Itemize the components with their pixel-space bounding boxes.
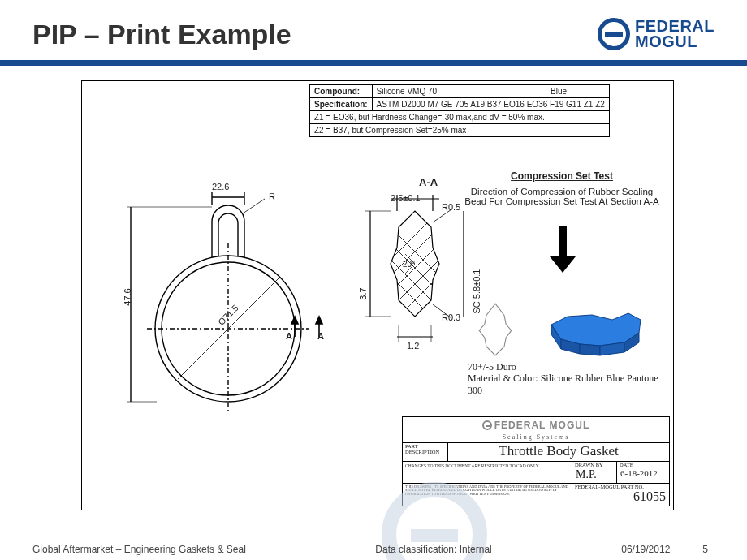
material-note: 70+/-5 Duro Material & Color: Silicone R… [468, 361, 673, 396]
compound-color: Blue [546, 85, 610, 98]
material-color-note: Material & Color: Silicone Rubber Blue P… [468, 373, 673, 396]
tb-change-note: CHANGES TO THIS DOCUMENT ARE RESTRICTED … [403, 462, 572, 470]
svg-marker-13 [291, 317, 298, 324]
logo-line2: MOGUL [635, 34, 715, 50]
svg-marker-43 [580, 344, 600, 355]
dim-r-top: R0.5 [442, 202, 460, 212]
tb-date: 6-18-2012 [617, 468, 669, 480]
spec-table: Compound: Silicone VMQ 70 Blue Specifica… [309, 84, 610, 137]
federal-mogul-logo: FEDERAL MOGUL [598, 18, 715, 50]
dim-angle: 20° [403, 260, 415, 269]
dim-section-height: 3.7 [358, 287, 368, 299]
footer-left: Global Aftermarket – Engineering Gaskets… [32, 544, 246, 555]
tb-date-label: DATE [617, 462, 669, 468]
specification-label: Specification: [310, 98, 373, 111]
specification-value: ASTM D2000 M7 GE 705 A19 B37 EO16 EO36 F… [372, 98, 609, 111]
tb-drawn-label: DRAWN BY [572, 462, 616, 468]
tb-partno-label: FEDERAL-MOGUL PART NO. [572, 484, 669, 490]
footer-date: 06/19/2012 [621, 544, 670, 555]
section-mark-right: A [317, 331, 324, 341]
compression-set-block: Compression Set Test Direction of Compre… [460, 170, 663, 263]
spec-z2: Z2 = B37, but Compression Set=25% max [310, 124, 610, 137]
dim-tab-radius: R [269, 192, 275, 201]
tb-partno: 61055 [572, 489, 669, 506]
compression-desc: Direction of Compression of Rubber Seali… [460, 187, 663, 206]
dim-width-bot: 1.2 [407, 341, 419, 351]
section-label: A-A [419, 176, 438, 188]
svg-line-8 [243, 199, 265, 213]
header-rule [0, 60, 747, 66]
titleblock-logo: FEDERAL MOGUL Sealing Systems [403, 417, 669, 442]
logo-text: FEDERAL MOGUL [635, 19, 715, 50]
tb-drawn: M.P. [572, 468, 616, 483]
slide-header: PIP – Print Example FEDERAL MOGUL [0, 0, 747, 55]
spec-z1: Z1 = EO36, but Hardness Change=-30 max,a… [310, 111, 610, 124]
dim-height: 47.6 [123, 288, 132, 305]
compression-figures [446, 294, 657, 359]
section-mark-left: A [286, 331, 292, 341]
compound-value: Silicone VMQ 70 [372, 85, 546, 98]
tb-partdesc: Throttle Body Gasket [448, 443, 669, 461]
footer-center: Data classification: Internal [375, 544, 491, 555]
compression-title: Compression Set Test [460, 170, 663, 182]
tb-sub: Sealing Systems [503, 433, 570, 441]
logo-icon [598, 18, 630, 50]
svg-line-24 [374, 260, 456, 341]
slide-footer: Global Aftermarket – Engineering Gaskets… [0, 544, 747, 555]
svg-line-21 [374, 211, 456, 292]
footer-page: 5 [702, 544, 708, 555]
tb-partdesc-label: PART DESCRIPTION [403, 443, 447, 454]
dim-section-width: 2.5±0.1 [391, 193, 421, 203]
duro-note: 70+/-5 Duro [468, 361, 673, 373]
compound-label: Compound: [310, 85, 373, 98]
page-title: PIP – Print Example [32, 19, 291, 50]
dim-tab-width: 22.6 [212, 182, 229, 192]
engineering-drawing: Compound: Silicone VMQ 70 Blue Specifica… [81, 80, 674, 510]
svg-marker-15 [316, 317, 322, 324]
tb-brand: FEDERAL MOGUL [494, 420, 589, 431]
